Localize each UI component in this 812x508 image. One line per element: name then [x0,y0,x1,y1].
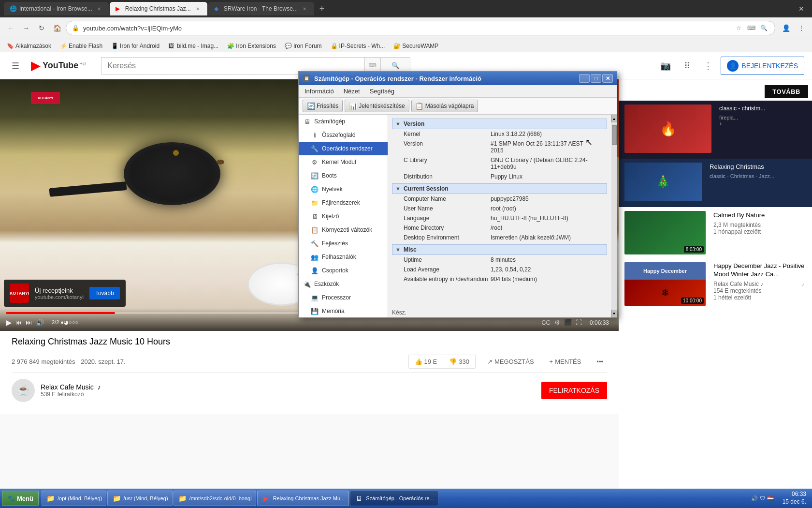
start-button[interactable]: 🐾 Menü [2,491,39,506]
share-button[interactable]: ↗ MEGOSZTÁS [483,356,538,367]
sidebar-item-os[interactable]: 🔧 Operációs rendszer [299,142,388,155]
sidebar-item-devices[interactable]: 🔌 Eszközök [299,277,388,291]
sidebar-item-kernel[interactable]: ⚙ Kernel Modul [299,155,388,169]
scrollbar-up[interactable]: ▲ [611,115,617,122]
tab-close-2[interactable]: ✕ [194,5,202,13]
search-icon[interactable]: 🔍 [758,23,769,33]
scrollbar-thumb[interactable] [612,125,617,145]
sidebar-label-memory: Memória [322,308,345,314]
youtube-sign-in-button[interactable]: 👤 BEJELENTKEZÉS [721,57,804,75]
scrollbar-down[interactable]: ▼ [611,310,617,317]
theater-button[interactable]: ⬛ [564,319,572,326]
bookmark-alkalmazasok[interactable]: 🔖 Alkalmazások [4,42,54,50]
sidebar-item-3[interactable]: Happy December ❄ 10:00:00 Happy December… [619,258,812,310]
youtube-camera-icon[interactable]: 📷 [657,57,674,75]
dialog-menu-help[interactable]: Segítség [366,86,398,96]
like-button[interactable]: 👍 19 E [409,355,444,368]
next-button[interactable]: ⏭ [26,319,32,326]
mute-button[interactable]: 🔊 [36,319,44,327]
sidebar-item-cpu[interactable]: 💻 Processzor [299,291,388,304]
video-duration: 0:06:33 [590,319,609,326]
dialog-maximize-button[interactable]: □ [591,74,601,83]
taskbar-sysinfo[interactable]: 🖥 Számítógép - Operációs re... [350,491,438,506]
taskbar-opt-label: /opt (Mind, Bélyeg) [58,495,102,501]
section-version-header[interactable]: ▼ Version [392,119,607,129]
sidebar-item-1[interactable]: 🎄 Relaxing Christmas classic - Christmas… [619,159,812,207]
keyboard-icon[interactable]: ⌨ [746,23,756,33]
youtube-logo[interactable]: ▶ YouTube HU [31,59,86,73]
youtube-apps-icon[interactable]: ⠿ [678,57,696,75]
systray-sound-icon[interactable]: 🔊 [751,495,758,502]
new-tab-button[interactable]: + [315,2,329,15]
save-button[interactable]: + MENTÉS [546,356,585,367]
taskbar-usr[interactable]: 📁 /usr (Mind, Bélyeg) [107,491,172,506]
dialog-report-button[interactable]: 📊 Jelentéskészítése [345,100,409,112]
systray-flag-icon[interactable]: 🇭🇺 [767,495,774,502]
dislike-button[interactable]: 👎 330 [443,355,475,368]
settings-button[interactable]: ⚙ [554,319,560,326]
sidebar-item-2[interactable]: 8:03:00 Calmed By Nature 2,3 M megtekint… [619,207,812,258]
dialog-scrollbar[interactable]: ▲ ▼ [611,115,617,317]
tab-srware[interactable]: ◆ SRWare Iron - The Browse... ✕ [208,2,314,15]
subscribe-button[interactable]: FELIRATKOZÁS [541,382,607,399]
sidebar-item-languages[interactable]: 🌐 Nyelvek [299,182,388,196]
previous-button[interactable]: ⏮ [15,319,22,326]
sidebar-item-summary[interactable]: ℹ Összefoglaló [299,128,388,142]
play-button[interactable]: ▶ [6,318,12,327]
language-label: Language [404,215,491,222]
taskbar-mnt[interactable]: 📁 /mnt/sdb2/sdc-old/0_bongi [174,491,256,506]
sidebar-item-display[interactable]: 🖥 Kijelző [299,209,388,223]
sidebar-item-computer[interactable]: 🖥 Számítógép [299,115,388,128]
sidebar-item-dev[interactable]: 🔨 Fejlesztés [299,237,388,250]
tab-youtube[interactable]: ▶ Relaxing Christmas Jaz... ✕ [110,2,207,15]
nav-extra-buttons: 👤 ⋮ [779,21,808,35]
tab-international[interactable]: 🌐 International - Iron Browse... ✕ [4,2,109,15]
dialog-refresh-button[interactable]: 🔄 Frissítés [303,100,343,112]
sidebar-item-memory[interactable]: 💾 Memória [299,304,388,317]
dialog-menu-view[interactable]: Nézet [340,86,364,96]
bookmark-enable-flash[interactable]: ⚡ Enable Flash [57,42,105,50]
dialog-menu-information[interactable]: Információ [301,86,338,96]
bookmark-iron-forum[interactable]: 💬 Iron Forum [282,42,325,50]
taskbar-clock[interactable]: 06:33 15 dec 6. [779,491,810,506]
bookmark-securewamp[interactable]: 🔐 SecureWAMP [391,42,441,50]
systray-shield-icon[interactable]: 🛡 [760,495,765,501]
subtitles-button[interactable]: CC [541,319,551,326]
address-bar[interactable]: 🔒 youtube.com/watch?v=ljIEQim-yMo ☆ ⌨ 🔍 [66,21,775,35]
bookmark-ip-secrets[interactable]: 🔒 IP-Secrets - Wh... [328,42,388,50]
bookmark-bildme[interactable]: 🖼 bild.me - Imag... [165,42,221,50]
sidebar-views-3: 154 E megtekintés [713,287,806,294]
youtube-more-icon[interactable]: ⋮ [699,57,717,75]
youtube-menu-button[interactable]: ☰ [8,57,23,75]
bookmark-star-icon[interactable]: ☆ [733,23,744,33]
dialog-copy-button[interactable]: 📋 Másolás vágólapra [411,100,478,112]
bookmark-iron-android[interactable]: 📱 Iron for Android [108,42,162,50]
ad-tovabb-button[interactable]: Tovább [89,287,120,299]
back-button[interactable]: ← [4,21,17,35]
sidebar-item-users[interactable]: 👥 Felhasználók [299,250,388,264]
tab-close-1[interactable]: ✕ [95,5,103,13]
sidebar-item-filesystems[interactable]: 📁 Fájlrendszerek [299,196,388,209]
bookmark-iron-extensions[interactable]: 🧩 Iron Extensions [224,42,279,50]
profile-button[interactable]: 👤 [779,21,793,35]
taskbar-youtube[interactable]: ▶ Relaxing Christmas Jazz Mu... [257,491,349,506]
sidebar-item-boots[interactable]: 🔄 Boots [299,169,388,182]
browser-close-button[interactable]: ✕ [795,2,808,15]
dialog-close-button[interactable]: ✕ [602,74,613,83]
home-button[interactable]: 🏠 [50,21,64,35]
sidebar-item-0[interactable]: 🔥 classic - christm... firepla... ♪ [619,101,812,159]
tovabb-button[interactable]: TOVÁBB [765,85,808,98]
forward-button[interactable]: → [19,21,33,35]
dialog-minimize-button[interactable]: _ [579,74,590,83]
tab-close-3[interactable]: ✕ [301,5,308,13]
more-options-button[interactable]: ••• [593,356,607,367]
sidebar-item-env[interactable]: 📋 Környezeti változók [299,223,388,237]
sidebar-label-display: Kijelző [322,213,339,220]
fullscreen-button[interactable]: ⛶ [576,319,582,326]
section-session-header[interactable]: ▼ Current Session [392,183,607,194]
sidebar-item-groups[interactable]: 👤 Csoportok [299,264,388,277]
taskbar-opt[interactable]: 📁 /opt (Mind, Bélyeg) [42,491,106,506]
section-misc-header[interactable]: ▼ Misc [392,244,607,255]
reload-button[interactable]: ↻ [35,21,48,35]
menu-dots-button[interactable]: ⋮ [795,21,808,35]
